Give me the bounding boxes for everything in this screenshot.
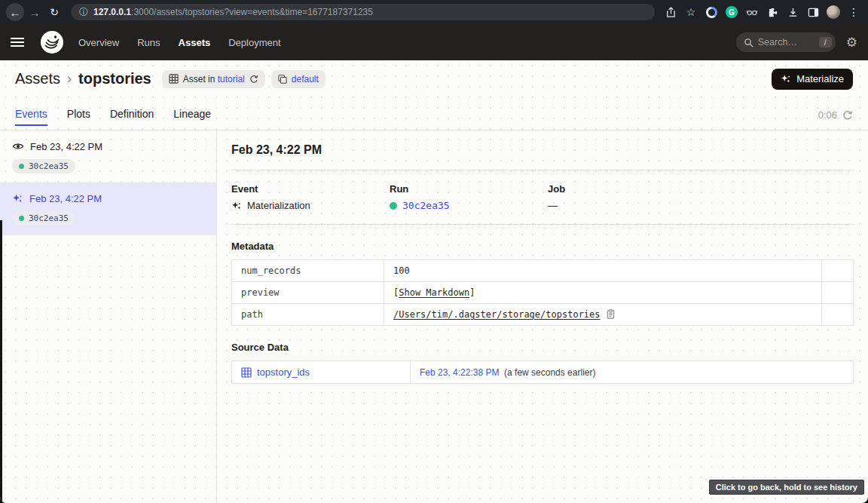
source-time-cell: Feb 23, 4:22:38 PM (a few seconds earlie…: [411, 361, 854, 384]
asset-name: topstories: [78, 70, 151, 87]
path-link[interactable]: /Users/tim/.dagster/storage/topstories: [393, 309, 601, 320]
job-column: Job —: [548, 183, 706, 211]
gear-icon[interactable]: ⚙: [846, 36, 857, 49]
run-status-dot: [390, 202, 397, 210]
divider: [231, 224, 854, 225]
table-grid-icon: [241, 367, 252, 378]
url-host: 127.0.0.1: [93, 7, 131, 17]
run-id: 30c2ea35: [29, 213, 69, 223]
refresh-icon[interactable]: [842, 110, 853, 121]
event-column: Event Materialization: [231, 183, 390, 211]
address-bar[interactable]: ⓘ 127.0.0.1:3000/assets/topstories?view=…: [71, 4, 655, 20]
divider: [231, 170, 854, 170]
metadata-actions-cell: [822, 304, 854, 326]
navbar-right: / ⚙: [736, 32, 857, 52]
source-data-heading: Source Data: [231, 342, 854, 353]
search-shortcut-badge: /: [819, 37, 832, 48]
tab-definition[interactable]: Definition: [110, 108, 154, 130]
materialization-sparkle-icon: [231, 201, 242, 211]
nav-links: Overview Runs Assets Deployment: [78, 37, 281, 48]
breadcrumb-assets-link[interactable]: Assets: [15, 70, 60, 87]
grammarly-extension-icon[interactable]: G: [725, 5, 738, 19]
source-asset-link[interactable]: topstory_ids: [257, 367, 310, 378]
run-id-link[interactable]: 30c2ea35: [402, 200, 450, 211]
extension-icon-circle[interactable]: [704, 5, 718, 19]
downloads-icon[interactable]: [786, 5, 799, 19]
source-timestamp-link[interactable]: Feb 23, 4:22:38 PM: [420, 367, 499, 378]
browser-back-button[interactable]: ←: [6, 3, 24, 21]
event-detail-panel: Feb 23, 4:22 PM Event Materialization: [217, 130, 868, 503]
run-id: 30c2ea35: [29, 161, 69, 171]
browser-menu-icon[interactable]: ⋮: [847, 5, 860, 19]
search-input[interactable]: [758, 37, 815, 48]
event-list-item-observation[interactable]: Feb 23, 4:22 PM 30c2ea35: [0, 130, 216, 183]
materialize-button[interactable]: Materialize: [772, 69, 853, 90]
events-content: Feb 23, 4:22 PM 30c2ea35 Feb 23, 4:22 PM: [0, 130, 868, 503]
event-list-item-materialization[interactable]: Feb 23, 4:22 PM 30c2ea35: [0, 183, 216, 235]
metadata-heading: Metadata: [231, 241, 854, 252]
run-column: Run 30c2ea35: [390, 183, 548, 211]
metadata-value: [Show Markdown]: [384, 282, 822, 304]
metadata-table: num_records 100 preview [Show Markdown] …: [231, 259, 854, 326]
dagster-logo[interactable]: [41, 31, 63, 54]
source-time-note: (a few seconds earlier): [504, 367, 595, 378]
tutorial-link[interactable]: tutorial: [218, 74, 245, 84]
tab-events[interactable]: Events: [15, 108, 47, 130]
breadcrumb: Assets › topstories: [15, 70, 151, 87]
goggles-extension-icon[interactable]: [745, 5, 759, 19]
event-list: Feb 23, 4:22 PM 30c2ea35 Feb 23, 4:22 PM: [0, 130, 217, 503]
profile-avatar[interactable]: [827, 5, 840, 19]
browser-reload-button[interactable]: ↻: [45, 3, 63, 21]
breadcrumb-separator: ›: [67, 71, 72, 87]
back-icon: ←: [10, 6, 21, 19]
source-data-table: topstory_ids Feb 23, 4:22:38 PM (a few s…: [231, 360, 854, 384]
hamburger-menu-icon[interactable]: [11, 31, 33, 54]
search-icon: [744, 38, 753, 48]
tab-lineage[interactable]: Lineage: [173, 108, 211, 130]
metadata-value: /Users/tim/.dagster/storage/topstories: [384, 304, 822, 326]
global-search[interactable]: /: [736, 32, 836, 52]
eye-icon: [12, 140, 24, 152]
run-status-dot: [19, 216, 24, 221]
metadata-key: preview: [232, 282, 384, 304]
layers-copy-icon: [278, 75, 287, 84]
browser-forward-button[interactable]: →: [26, 3, 44, 21]
nav-item-runs[interactable]: Runs: [137, 37, 160, 48]
bookmark-star-icon[interactable]: ☆: [684, 5, 698, 19]
page-body: Assets › topstories Asset in tutorial: [0, 60, 868, 503]
nav-item-deployment[interactable]: Deployment: [228, 37, 280, 48]
table-grid-icon: [169, 74, 179, 84]
extensions-puzzle-icon[interactable]: [766, 5, 779, 19]
nav-item-assets[interactable]: Assets: [179, 37, 211, 48]
tab-plots[interactable]: Plots: [67, 108, 90, 130]
job-label: Job: [548, 183, 706, 195]
table-row: preview [Show Markdown]: [232, 282, 854, 304]
show-markdown-link[interactable]: Show Markdown: [399, 287, 469, 298]
run-tag[interactable]: 30c2ea35: [12, 211, 75, 225]
table-row: num_records 100: [232, 260, 854, 282]
source-asset-cell: topstory_ids: [232, 361, 411, 384]
site-info-icon[interactable]: ⓘ: [79, 6, 88, 19]
copy-path-icon[interactable]: [606, 309, 616, 319]
tag-text: Asset in tutorial: [183, 74, 245, 84]
forward-icon: →: [29, 6, 41, 19]
asset-group-tag-tutorial: Asset in tutorial: [162, 70, 265, 88]
asset-group-tag-default: default: [271, 70, 326, 88]
tag-refresh-icon[interactable]: [249, 75, 258, 84]
run-tag[interactable]: 30c2ea35: [12, 159, 75, 173]
event-type-value: Materialization: [247, 200, 310, 211]
metadata-actions-cell: [822, 282, 854, 304]
side-panel-icon[interactable]: [806, 5, 820, 19]
default-group-link[interactable]: default: [292, 74, 319, 84]
share-icon[interactable]: [664, 5, 677, 19]
event-detail-title: Feb 23, 4:22 PM: [231, 143, 854, 157]
run-status-dot: [19, 164, 24, 169]
event-summary-columns: Event Materialization Run 30c2ea35: [231, 183, 854, 211]
metadata-value: 100: [384, 260, 822, 282]
metadata-key: num_records: [232, 260, 384, 282]
metadata-key: path: [232, 304, 384, 326]
asset-tags: Asset in tutorial default: [162, 70, 326, 88]
url-path: :3000/assets/topstories?view=events&time…: [131, 7, 373, 17]
nav-item-overview[interactable]: Overview: [78, 37, 119, 48]
window-edge: [0, 220, 2, 503]
